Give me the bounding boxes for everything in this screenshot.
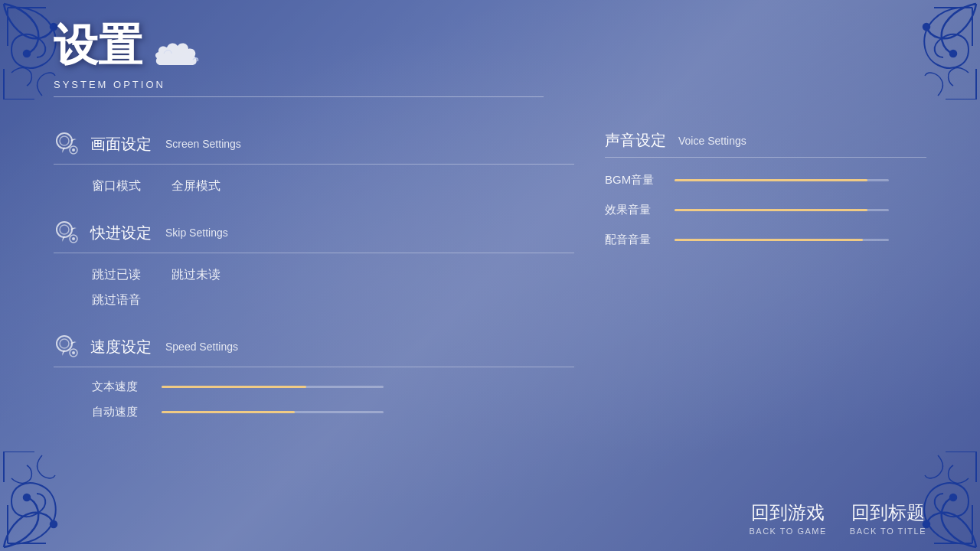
svg-point-13 bbox=[60, 225, 69, 234]
back-to-title-en: BACK TO TITLE bbox=[850, 527, 926, 536]
text-speed-row: 文本速度 bbox=[92, 380, 574, 394]
fullscreen-mode-btn[interactable]: 全屏模式 bbox=[172, 177, 220, 196]
back-to-title-button[interactable]: 回到标题 BACK TO TITLE bbox=[850, 500, 926, 536]
skip-settings-title-en: Skip Settings bbox=[165, 227, 228, 239]
svg-point-7 bbox=[950, 494, 956, 500]
back-to-game-button[interactable]: 回到游戏 BACK TO GAME bbox=[749, 500, 826, 536]
sfx-volume-slider[interactable] bbox=[675, 209, 889, 211]
voice-settings-title-en: Voice Settings bbox=[678, 135, 746, 147]
text-speed-fill bbox=[162, 386, 306, 388]
screen-settings-header: 画面设定 Screen Settings bbox=[54, 130, 574, 165]
svg-point-16 bbox=[57, 336, 72, 351]
back-to-game-zh: 回到游戏 bbox=[749, 500, 826, 525]
bgm-volume-row: BGM音量 bbox=[605, 173, 926, 187]
skip-unread-btn[interactable]: 跳过未读 bbox=[172, 266, 220, 285]
main-content: 画面设定 Screen Settings 窗口模式 全屏模式 bbox=[54, 130, 926, 474]
screen-settings-section: 画面设定 Screen Settings 窗口模式 全屏模式 bbox=[54, 130, 574, 196]
header-divider bbox=[54, 96, 544, 97]
corner-decoration-tr bbox=[880, 0, 980, 99]
text-speed-slider[interactable] bbox=[162, 386, 384, 388]
svg-point-1 bbox=[24, 51, 30, 57]
text-speed-label: 文本速度 bbox=[92, 380, 149, 394]
voice-volume-slider[interactable] bbox=[675, 239, 889, 241]
cloud-decoration bbox=[153, 38, 214, 76]
skip-settings-section: 快进设定 Skip Settings 跳过已读 跳过未读 跳过语音 bbox=[54, 219, 574, 310]
speed-sliders: 文本速度 自动速度 bbox=[54, 380, 574, 419]
sfx-volume-label: 效果音量 bbox=[605, 203, 662, 217]
skip-options-row-2: 跳过语音 bbox=[54, 291, 574, 310]
page-title-zh: 设置 bbox=[54, 23, 142, 67]
skip-settings-icon bbox=[54, 219, 81, 246]
auto-speed-slider[interactable] bbox=[162, 411, 384, 413]
voice-volume-row: 配音音量 bbox=[605, 233, 926, 247]
screen-settings-title-zh: 画面设定 bbox=[90, 134, 152, 155]
svg-point-4 bbox=[51, 521, 57, 527]
sfx-volume-row: 效果音量 bbox=[605, 203, 926, 217]
auto-speed-row: 自动速度 bbox=[92, 405, 574, 419]
windowed-mode-btn[interactable]: 窗口模式 bbox=[92, 177, 141, 196]
svg-point-5 bbox=[24, 494, 30, 500]
right-column: 声音设定 Voice Settings BGM音量 效果音量 配音 bbox=[574, 130, 926, 474]
svg-point-19 bbox=[72, 351, 75, 354]
back-to-title-zh: 回到标题 bbox=[850, 500, 926, 525]
skip-voice-btn[interactable]: 跳过语音 bbox=[92, 291, 141, 310]
screen-options-row: 窗口模式 全屏模式 bbox=[54, 177, 574, 196]
speed-settings-icon bbox=[54, 333, 81, 360]
svg-point-12 bbox=[57, 222, 72, 237]
voice-volume-fill bbox=[675, 239, 863, 241]
settings-header: 设置 SYSTEM OPTION bbox=[54, 23, 544, 97]
speed-settings-title-en: Speed Settings bbox=[165, 341, 238, 353]
auto-speed-fill bbox=[162, 411, 295, 413]
back-to-game-en: BACK TO GAME bbox=[749, 527, 826, 536]
speed-settings-header: 速度设定 Speed Settings bbox=[54, 333, 574, 367]
bgm-volume-fill bbox=[675, 179, 867, 181]
svg-point-2 bbox=[923, 24, 929, 30]
skip-options-row: 跳过已读 跳过未读 bbox=[54, 266, 574, 285]
speed-settings-title-zh: 速度设定 bbox=[90, 337, 152, 357]
voice-sliders: BGM音量 效果音量 配音音量 bbox=[605, 173, 926, 247]
svg-point-9 bbox=[60, 136, 69, 145]
bottom-action-buttons: 回到游戏 BACK TO GAME 回到标题 BACK TO TITLE bbox=[749, 500, 926, 536]
skip-settings-header: 快进设定 Skip Settings bbox=[54, 219, 574, 253]
skip-settings-title-zh: 快进设定 bbox=[90, 223, 152, 243]
auto-speed-label: 自动速度 bbox=[92, 405, 149, 419]
svg-point-17 bbox=[60, 339, 69, 348]
screen-settings-icon bbox=[54, 130, 81, 158]
sfx-volume-fill bbox=[675, 209, 867, 211]
voice-settings-header: 声音设定 Voice Settings bbox=[605, 130, 926, 158]
left-column: 画面设定 Screen Settings 窗口模式 全屏模式 bbox=[54, 130, 574, 474]
voice-settings-title-zh: 声音设定 bbox=[605, 130, 666, 151]
svg-point-11 bbox=[72, 148, 75, 152]
page-title-en: SYSTEM OPTION bbox=[54, 79, 544, 90]
bgm-volume-slider[interactable] bbox=[675, 179, 889, 181]
svg-point-15 bbox=[72, 237, 75, 240]
svg-point-8 bbox=[57, 133, 72, 148]
speed-settings-section: 速度设定 Speed Settings 文本速度 自动速度 bbox=[54, 333, 574, 419]
bgm-volume-label: BGM音量 bbox=[605, 173, 662, 187]
skip-read-btn[interactable]: 跳过已读 bbox=[92, 266, 141, 285]
svg-point-3 bbox=[950, 51, 956, 57]
voice-volume-label: 配音音量 bbox=[605, 233, 662, 247]
screen-settings-title-en: Screen Settings bbox=[165, 138, 241, 150]
